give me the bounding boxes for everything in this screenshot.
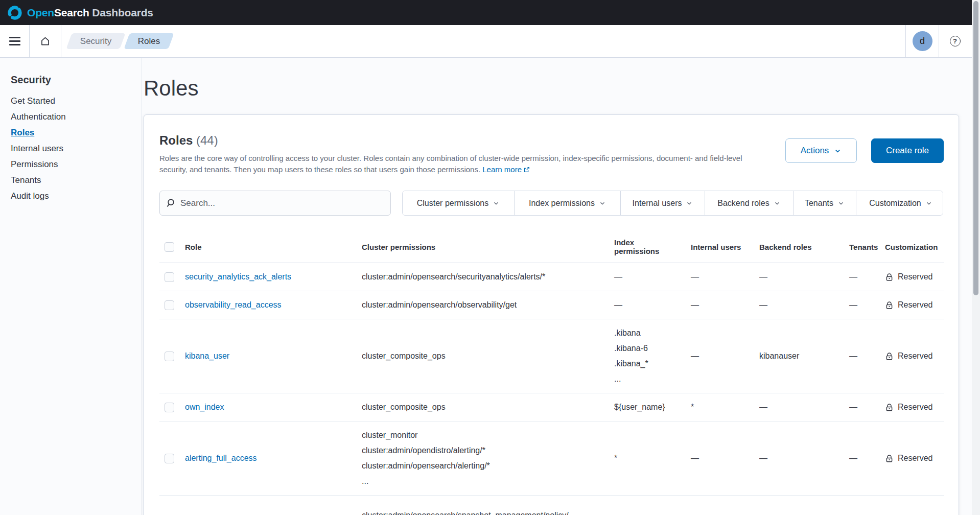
role-cell: security_analytics_ack_alerts xyxy=(180,263,357,291)
sidebar-item-internal-users[interactable]: Internal users xyxy=(11,141,142,156)
sidebar-item-permissions[interactable]: Permissions xyxy=(11,156,142,172)
sidebar-item-tenants[interactable]: Tenants xyxy=(11,172,142,188)
row-select-cell xyxy=(159,319,180,393)
row-checkbox[interactable] xyxy=(165,352,174,361)
role-cell: own_index xyxy=(180,393,357,422)
cluster-permissions-cell: cluster_composite_ops xyxy=(357,319,609,393)
reserved-badge: Reserved xyxy=(885,269,939,285)
customization-cell: Reserved xyxy=(880,263,944,291)
user-avatar[interactable]: d xyxy=(913,31,932,51)
menu-button[interactable] xyxy=(0,25,29,57)
backend-roles-cell: — xyxy=(754,263,844,291)
role-link[interactable]: security_analytics_ack_alerts xyxy=(185,272,291,281)
filter-internal-users[interactable]: Internal users xyxy=(621,191,705,215)
tenants-cell: — xyxy=(844,319,880,393)
column-header-cluster-permissions: Cluster permissions xyxy=(357,232,609,263)
role-link[interactable]: kibana_user xyxy=(185,352,229,360)
sidebar-item-authentication[interactable]: Authentication xyxy=(11,109,142,125)
customization-cell: Reserved xyxy=(880,291,944,319)
tenants-cell: — xyxy=(844,263,880,291)
filter-customization[interactable]: Customization xyxy=(856,191,943,215)
sidebar-item-label: Internal users xyxy=(11,144,63,154)
table-row: cluster:admin/opensearch/snapshot_manage… xyxy=(159,496,944,515)
index-permissions-cell: — xyxy=(609,263,686,291)
home-button[interactable] xyxy=(30,25,61,57)
index-permissions-cell: * xyxy=(609,422,686,496)
chevron-down-icon xyxy=(493,200,500,207)
breadcrumb-item-roles[interactable]: Roles xyxy=(124,33,175,49)
column-header-internal-users: Internal users xyxy=(686,232,754,263)
filter-index-permissions[interactable]: Index permissions xyxy=(515,191,621,215)
filter-group: Cluster permissionsIndex permissionsInte… xyxy=(402,191,943,216)
role-link[interactable]: own_index xyxy=(185,403,224,411)
backend-roles-cell: — xyxy=(754,393,844,422)
lock-icon xyxy=(885,301,894,310)
top-app-bar: OpenSearch Dashboards xyxy=(0,0,980,25)
filter-tenants[interactable]: Tenants xyxy=(794,191,856,215)
lock-icon xyxy=(885,352,894,361)
breadcrumb-bar: SecurityRoles d ? xyxy=(0,25,980,58)
scrollbar-thumb[interactable] xyxy=(973,1,978,295)
home-icon xyxy=(40,36,51,46)
row-select-cell xyxy=(159,496,180,515)
sidebar-item-audit-logs[interactable]: Audit logs xyxy=(11,188,142,204)
index-permissions-cell xyxy=(609,496,686,515)
index-permissions-cell: — xyxy=(609,291,686,319)
sidebar-item-label: Authentication xyxy=(11,112,66,122)
column-header-index-permissions: Index permissions xyxy=(609,232,686,263)
internal-users-cell: — xyxy=(686,291,754,319)
chevron-down-icon xyxy=(834,147,842,155)
opensearch-logo: OpenSearch Dashboards xyxy=(7,5,153,20)
row-checkbox[interactable] xyxy=(165,403,174,412)
role-cell: observability_read_access xyxy=(180,291,357,319)
backend-roles-cell xyxy=(754,496,844,515)
internal-users-cell: — xyxy=(686,319,754,393)
cluster-permissions-cell: cluster:admin/opensearch/securityanalyti… xyxy=(357,263,609,291)
chevron-down-icon xyxy=(599,200,606,207)
create-role-button[interactable]: Create role xyxy=(871,138,944,163)
sidebar-item-get-started[interactable]: Get Started xyxy=(11,93,142,109)
row-checkbox[interactable] xyxy=(165,272,174,282)
filter-cluster-permissions[interactable]: Cluster permissions xyxy=(403,191,515,215)
actions-button[interactable]: Actions xyxy=(785,138,857,163)
cluster-permissions-cell: cluster:admin/opensearch/observability/g… xyxy=(357,291,609,319)
role-link[interactable]: observability_read_access xyxy=(185,300,282,309)
select-all-checkbox[interactable] xyxy=(165,242,174,252)
internal-users-cell: — xyxy=(686,263,754,291)
row-select-cell xyxy=(159,393,180,422)
panel-description: Roles are the core way of controlling ac… xyxy=(159,153,765,175)
reserved-badge: Reserved xyxy=(885,297,939,313)
chevron-down-icon xyxy=(837,200,845,207)
external-link-icon xyxy=(523,166,530,173)
sidebar-item-label: Roles xyxy=(11,128,34,138)
roles-panel: Roles (44) Roles are the core way of con… xyxy=(144,114,959,515)
role-cell: kibana_user xyxy=(180,319,357,393)
table-row: kibana_usercluster_composite_ops.kibana.… xyxy=(159,319,944,393)
tenants-cell: — xyxy=(844,291,880,319)
reserved-badge: Reserved xyxy=(885,400,939,415)
lock-icon xyxy=(885,403,894,412)
row-checkbox[interactable] xyxy=(165,300,174,310)
table-row: observability_read_accesscluster:admin/o… xyxy=(159,291,944,319)
tenants-cell: — xyxy=(844,422,880,496)
table-row: alerting_full_accesscluster_monitorclust… xyxy=(159,422,944,496)
customization-cell xyxy=(880,496,944,515)
sidebar-item-roles[interactable]: Roles xyxy=(11,125,142,141)
scrollbar[interactable] xyxy=(972,0,980,515)
search-input[interactable] xyxy=(180,198,384,208)
search-box xyxy=(159,191,391,216)
role-link[interactable]: alerting_full_access xyxy=(185,454,257,462)
reserved-badge: Reserved xyxy=(885,451,939,466)
help-button[interactable]: ? xyxy=(950,36,961,46)
backend-roles-cell: — xyxy=(754,422,844,496)
reserved-badge: Reserved xyxy=(885,348,939,364)
column-header-customization: Customization xyxy=(880,232,944,263)
learn-more-link[interactable]: Learn more xyxy=(482,165,530,174)
sidebar-item-label: Permissions xyxy=(11,159,58,170)
row-checkbox[interactable] xyxy=(165,454,174,463)
search-icon xyxy=(166,198,176,208)
filter-backend-roles[interactable]: Backend roles xyxy=(705,191,794,215)
roles-table: RoleCluster permissionsIndex permissions… xyxy=(159,232,944,515)
column-header-backend-roles: Backend roles xyxy=(754,232,844,263)
breadcrumb-item-security[interactable]: Security xyxy=(66,33,126,49)
